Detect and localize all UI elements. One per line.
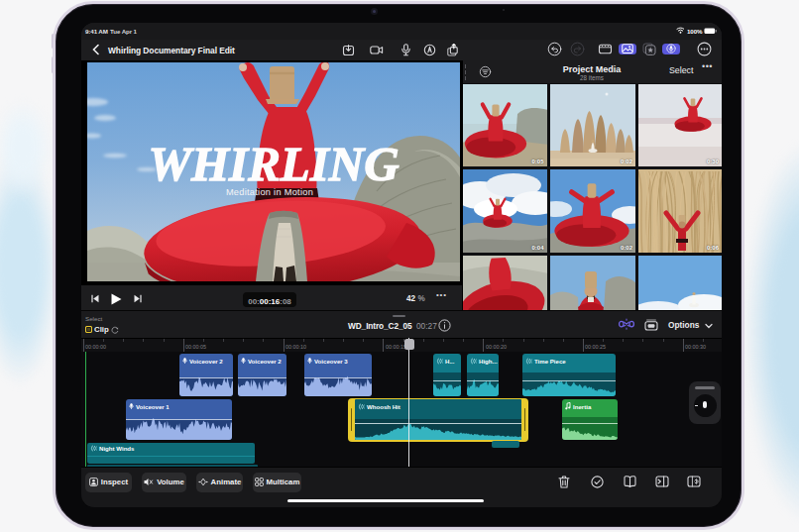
svg-text:WHIRLING: WHIRLING <box>148 137 399 191</box>
svg-text:Meditation in Motion: Meditation in Motion <box>226 187 313 197</box>
